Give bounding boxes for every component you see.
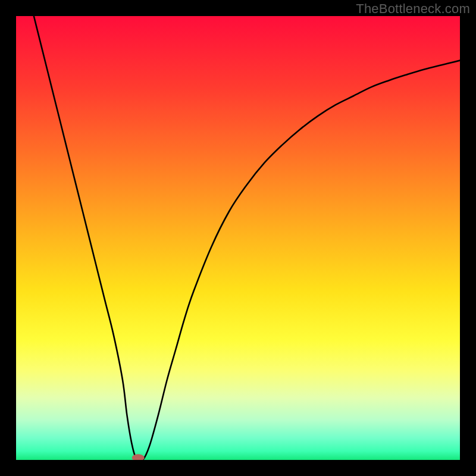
chart-container: TheBottleneck.com xyxy=(0,0,476,476)
watermark-text: TheBottleneck.com xyxy=(356,1,470,17)
bottleneck-chart xyxy=(16,16,460,460)
chart-background xyxy=(16,16,460,460)
